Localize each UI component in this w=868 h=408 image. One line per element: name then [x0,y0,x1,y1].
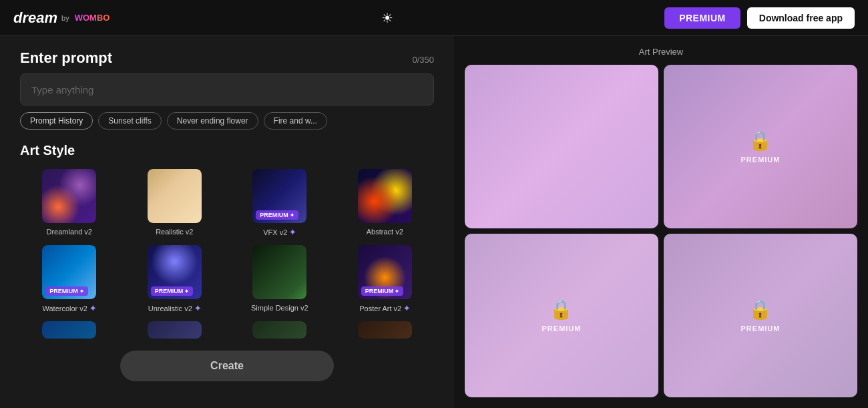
art-thumb-unrealistic: PREMIUM ✦ [146,244,203,300]
art-style-item-extra1[interactable] [20,320,119,340]
left-panel: Enter prompt 0/350 Prompt History Sunset… [0,36,454,408]
premium-star-icon: ✦ [290,212,294,218]
premium-button[interactable]: PREMIUM [664,7,740,29]
art-style-item-extra3[interactable] [230,320,329,340]
art-style-grid-row1: Dreamland v2 Realistic v2 PREMIUM ✦ [20,168,434,237]
premium-badge-text: PREMIUM [260,212,288,218]
preview-cell-1[interactable] [465,65,658,228]
art-bg-abstract [358,169,412,223]
art-bg-extra4 [358,321,412,339]
art-thumb-realistic [146,168,203,224]
logo-wombo: WOMBO [75,13,110,23]
art-bg-extra1 [42,321,96,339]
art-style-item-extra2[interactable] [126,320,224,340]
logo-dream: dream [13,9,57,27]
art-thumb-extra3 [251,320,308,340]
preview-cell-3[interactable]: 🔒 PREMIUM [465,234,658,397]
art-thumb-watercolor: PREMIUM ✦ [41,244,97,300]
sun-icon: ☀ [381,10,393,26]
prompt-label: Enter prompt [20,49,112,67]
art-bg-extra2 [148,321,202,339]
watercolor-premium-text: PREMIUM [49,288,78,294]
art-style-grid-row2: PREMIUM ✦ Watercolor v2 ✦ PREMIUM [20,244,434,313]
suggestion-chip-1[interactable]: Sunset cliffs [98,112,161,130]
unrealistic-star-icon: ✦ [184,288,189,294]
suggestion-chip-2[interactable]: Never ending flower [167,112,258,130]
vfx-premium-badge: PREMIUM ✦ [256,210,298,220]
download-app-button[interactable]: Download free app [747,7,855,29]
art-name-unrealistic: Unrealistic v2 ✦ [148,304,201,313]
art-style-item-poster[interactable]: PREMIUM ✦ Poster Art v2 ✦ [336,244,435,313]
prompt-header: Enter prompt 0/350 [20,49,434,67]
theme-toggle-button[interactable]: ☀ [375,5,400,31]
suggestion-chip-3[interactable]: Fire and w... [264,112,327,130]
right-panel: Art Preview 🔒 PREMIUM 🔒 PREMIUM [454,36,868,408]
watercolor-premium-badge: PREMIUM ✦ [45,286,88,296]
preview-cell-3-premium-overlay: 🔒 PREMIUM [542,298,582,333]
header-center: ☀ [375,5,400,31]
art-name-vfx: VFX v2 ✦ [263,228,296,237]
art-style-section: Art Style Dreamland v2 Realistic v2 [20,143,434,340]
poster-star-icon: ✦ [395,288,399,294]
art-thumb-vfx: PREMIUM ✦ [251,168,308,224]
prompt-input[interactable] [20,73,434,106]
create-button[interactable]: Create [120,351,334,381]
logo-by: by [61,14,69,22]
preview-cell-4[interactable]: 🔒 PREMIUM [664,234,857,397]
preview-grid: 🔒 PREMIUM 🔒 PREMIUM 🔒 PREMIUM [465,65,857,397]
create-button-wrapper: Create [20,351,434,381]
art-style-title: Art Style [20,143,434,158]
art-style-item-realistic[interactable]: Realistic v2 [126,168,224,237]
art-thumb-abstract [357,168,413,224]
preview-cell-2-premium-overlay: 🔒 PREMIUM [741,130,781,164]
art-style-item-unrealistic[interactable]: PREMIUM ✦ Unrealistic v2 ✦ [126,244,224,313]
char-count: 0/350 [412,55,434,65]
poster-premium-text: PREMIUM [365,288,394,294]
prompt-chips: Prompt History Sunset cliffs Never endin… [20,112,434,130]
art-thumb-dreamland [41,168,97,224]
art-bg-simple [252,245,306,299]
art-style-item-watercolor[interactable]: PREMIUM ✦ Watercolor v2 ✦ [20,244,119,313]
premium-text-4: PREMIUM [741,325,781,333]
unrealistic-plus-icon: ✦ [194,304,201,313]
lock-icon-2: 🔒 [748,130,772,152]
art-style-item-abstract[interactable]: Abstract v2 [336,168,435,237]
prompt-history-chip[interactable]: Prompt History [20,112,93,130]
art-bg-dreamland [42,169,96,223]
preview-cell-2[interactable]: 🔒 PREMIUM [664,65,857,228]
vfx-plus-icon: ✦ [289,228,296,237]
unrealistic-premium-text: PREMIUM [155,288,184,294]
art-name-dreamland: Dreamland v2 [47,228,92,236]
art-name-watercolor: Watercolor v2 ✦ [43,304,96,313]
prompt-section: Enter prompt 0/350 Prompt History Sunset… [20,49,434,130]
art-style-item-simple[interactable]: Simple Design v2 [230,244,329,313]
art-name-realistic: Realistic v2 [156,228,193,236]
premium-text-2: PREMIUM [741,156,781,164]
header-right: PREMIUM Download free app [664,7,855,29]
art-thumb-extra2 [146,320,203,340]
art-style-item-vfx[interactable]: PREMIUM ✦ VFX v2 ✦ [230,168,329,237]
watercolor-plus-icon: ✦ [89,304,96,313]
art-bg-extra3 [252,321,306,339]
art-bg-realistic [148,169,202,223]
art-thumb-extra4 [357,320,413,340]
lock-icon-3: 🔒 [550,298,573,321]
poster-plus-icon: ✦ [403,304,410,313]
art-name-simple: Simple Design v2 [251,304,308,312]
art-style-grid-row3 [20,320,434,340]
art-style-item-dreamland[interactable]: Dreamland v2 [20,168,119,237]
art-thumb-extra1 [41,320,97,340]
art-thumb-simple [251,244,308,300]
art-name-poster: Poster Art v2 ✦ [359,304,410,313]
preview-cell-4-premium-overlay: 🔒 PREMIUM [741,298,781,333]
lock-icon-4: 🔒 [748,298,772,321]
art-name-abstract: Abstract v2 [367,228,403,236]
art-thumb-poster: PREMIUM ✦ [357,244,413,300]
poster-premium-badge: PREMIUM ✦ [361,286,404,296]
preview-cell-1-bg [465,65,658,228]
preview-title: Art Preview [465,47,857,57]
logo-area: dream by WOMBO [13,9,110,27]
art-style-item-extra4[interactable] [336,320,435,340]
unrealistic-premium-badge: PREMIUM ✦ [151,286,194,296]
watercolor-star-icon: ✦ [79,288,84,294]
